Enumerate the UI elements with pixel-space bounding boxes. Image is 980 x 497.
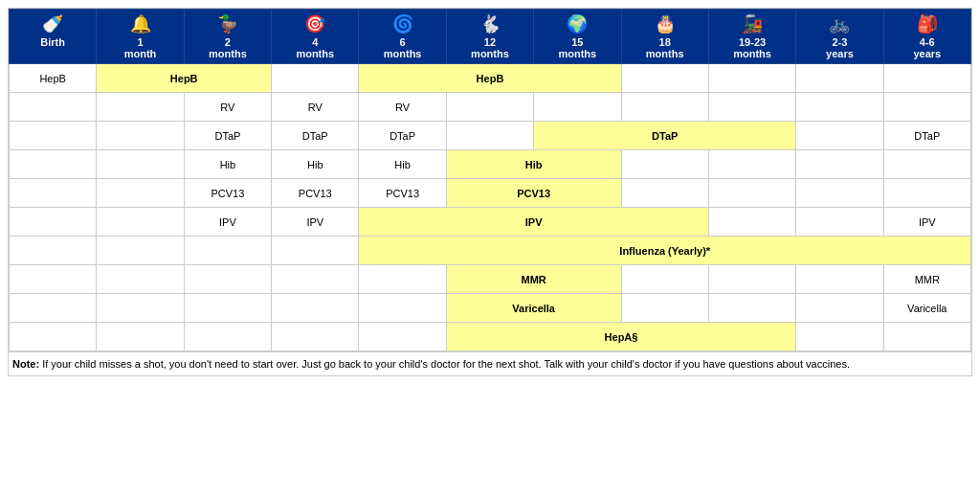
col-birth: 🍼 Birth bbox=[10, 10, 97, 64]
19-23months-icon: 🚂 bbox=[711, 13, 793, 34]
hepb-1-2months: HepB bbox=[97, 64, 272, 93]
ipv-birth-empty bbox=[10, 208, 97, 237]
col-4months-label: 4months bbox=[274, 36, 356, 59]
dtap-2-3years-empty bbox=[796, 122, 883, 150]
hepa-row: HepA§ bbox=[10, 323, 971, 351]
varicella-2months-empty bbox=[184, 294, 271, 323]
hepb-6-15months: HepB bbox=[359, 64, 621, 93]
mmr-12-15months: MMR bbox=[446, 265, 621, 294]
col-2months-label: 2months bbox=[187, 36, 269, 59]
ipv-6-18months: IPV bbox=[359, 208, 708, 237]
pcv13-4-6years-empty bbox=[883, 179, 970, 208]
hepb-4-6years-empty bbox=[883, 64, 970, 93]
influenza-4months-empty bbox=[272, 237, 359, 265]
pcv13-2-3years-empty bbox=[796, 179, 883, 208]
rv-6months: RV bbox=[359, 93, 446, 122]
2-3years-icon: 🚲 bbox=[798, 13, 880, 34]
col-2-3years-label: 2-3years bbox=[798, 36, 880, 59]
dtap-4months: DTaP bbox=[272, 122, 359, 150]
dtap-1month-empty bbox=[97, 122, 184, 150]
hib-2-3years-empty bbox=[796, 150, 883, 179]
rv-15months-empty bbox=[534, 93, 621, 122]
hib-19-23months-empty bbox=[708, 150, 795, 179]
pcv13-2months: PCV13 bbox=[184, 179, 271, 208]
mmr-18months-empty bbox=[621, 265, 708, 294]
18months-icon: 🎂 bbox=[624, 13, 706, 34]
mmr-row: MMR MMR bbox=[10, 265, 971, 294]
hib-12-15months: Hib bbox=[446, 150, 621, 179]
6months-icon: 🌀 bbox=[361, 13, 443, 34]
hib-6months: Hib bbox=[359, 150, 446, 179]
col-18months: 🎂 18months bbox=[621, 10, 708, 64]
hib-4-6years-empty bbox=[883, 150, 970, 179]
col-birth-label: Birth bbox=[11, 36, 94, 48]
dtap-15-19months: DTaP bbox=[534, 122, 796, 150]
4months-icon: 🎯 bbox=[274, 13, 356, 34]
1month-icon: 🔔 bbox=[99, 13, 181, 34]
ipv-1month-empty bbox=[97, 208, 184, 237]
varicella-4-6years: Varicella bbox=[883, 294, 970, 323]
varicella-1month-empty bbox=[97, 294, 184, 323]
rv-2-3years-empty bbox=[796, 93, 883, 122]
col-19-23months-label: 19-23months bbox=[711, 36, 793, 59]
rv-4-6years-empty bbox=[883, 93, 970, 122]
hepa-birth-empty bbox=[10, 323, 97, 351]
hepb-row: HepB HepB HepB bbox=[10, 64, 971, 93]
col-12months-label: 12months bbox=[449, 36, 531, 59]
col-2-3years: 🚲 2-3years bbox=[796, 10, 883, 64]
varicella-4months-empty bbox=[272, 294, 359, 323]
col-1month-label: 1month bbox=[99, 36, 181, 59]
hib-row: Hib Hib Hib Hib bbox=[10, 150, 971, 179]
col-12months: 🐇 12months bbox=[446, 10, 533, 64]
col-4-6years-label: 4-6years bbox=[886, 36, 969, 59]
hepa-4months-empty bbox=[272, 323, 359, 351]
hib-2months: Hib bbox=[184, 150, 271, 179]
dtap-birth-empty bbox=[10, 122, 97, 150]
hepa-6months-empty bbox=[359, 323, 446, 351]
rv-18months-empty bbox=[621, 93, 708, 122]
col-6months: 🌀 6months bbox=[359, 10, 446, 64]
dtap-6months: DTaP bbox=[359, 122, 446, 150]
hepa-2-3years-empty bbox=[796, 323, 883, 351]
col-4-6years: 🎒 4-6years bbox=[883, 10, 970, 64]
ipv-4months: IPV bbox=[272, 208, 359, 237]
hepa-12-19months: HepA§ bbox=[446, 323, 795, 351]
vaccine-schedule-wrapper: 🍼 Birth 🔔 1month 🦆 2months 🎯 4months 🌀 bbox=[8, 8, 972, 376]
hepb-4months-empty bbox=[272, 64, 359, 93]
hepb-18months-empty bbox=[621, 64, 708, 93]
pcv13-4months: PCV13 bbox=[272, 179, 359, 208]
pcv13-18months-empty bbox=[621, 179, 708, 208]
influenza-birth-empty bbox=[10, 237, 97, 265]
rv-row: RV RV RV bbox=[10, 93, 971, 122]
rv-birth-empty bbox=[10, 93, 97, 122]
rv-4months: RV bbox=[272, 93, 359, 122]
hepb-19-23months-empty bbox=[708, 64, 795, 93]
influenza-row: Influenza (Yearly)* bbox=[10, 237, 971, 265]
4-6years-icon: 🎒 bbox=[886, 13, 969, 34]
influenza-1month-empty bbox=[97, 237, 184, 265]
col-2months: 🦆 2months bbox=[184, 10, 271, 64]
mmr-6months-empty bbox=[359, 265, 446, 294]
note-label: Note: bbox=[12, 358, 39, 370]
hepa-4-6years-empty bbox=[883, 323, 970, 351]
ipv-19-23months-empty bbox=[708, 208, 795, 237]
pcv13-birth-empty bbox=[10, 179, 97, 208]
varicella-row: Varicella Varicella bbox=[10, 294, 971, 323]
pcv13-19-23months-empty bbox=[708, 179, 795, 208]
hib-18months-empty bbox=[621, 150, 708, 179]
ipv-4-6years: IPV bbox=[883, 208, 970, 237]
rv-12months-empty bbox=[446, 93, 533, 122]
varicella-19-23months-empty bbox=[708, 294, 795, 323]
rv-19-23months-empty bbox=[708, 93, 795, 122]
hepb-birth: HepB bbox=[10, 64, 97, 93]
birth-icon: 🍼 bbox=[11, 13, 94, 34]
pcv13-1month-empty bbox=[97, 179, 184, 208]
note-text: If your child misses a shot, you don't n… bbox=[42, 358, 850, 370]
mmr-birth-empty bbox=[10, 265, 97, 294]
col-1month: 🔔 1month bbox=[97, 10, 184, 64]
mmr-19-23months-empty bbox=[708, 265, 795, 294]
col-15months-label: 15months bbox=[536, 36, 618, 59]
col-19-23months: 🚂 19-23months bbox=[708, 10, 795, 64]
influenza-2months-empty bbox=[184, 237, 271, 265]
hib-4months: Hib bbox=[272, 150, 359, 179]
